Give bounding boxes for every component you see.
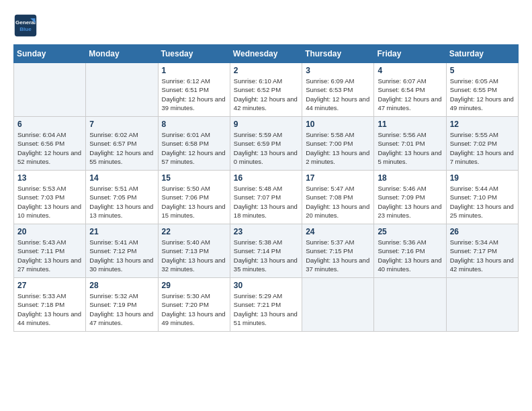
calendar-cell: 29Sunrise: 5:30 AM Sunset: 7:20 PM Dayli…: [158, 278, 230, 332]
day-of-week-header: Saturday: [446, 45, 518, 63]
day-of-week-header: Thursday: [302, 45, 374, 63]
day-number: 21: [89, 227, 154, 236]
day-number: 5: [450, 66, 515, 75]
day-number: 4: [378, 66, 442, 75]
calendar-cell: 25Sunrise: 5:36 AM Sunset: 7:16 PM Dayli…: [374, 224, 446, 278]
calendar-cell: 3Sunrise: 6:09 AM Sunset: 6:53 PM Daylig…: [302, 63, 374, 117]
day-number: 13: [17, 173, 82, 183]
day-of-week-header: Wednesday: [230, 45, 302, 63]
day-info: Sunrise: 5:36 AM Sunset: 7:16 PM Dayligh…: [378, 238, 442, 273]
calendar-cell: [302, 278, 374, 332]
calendar-cell: 11Sunrise: 5:56 AM Sunset: 7:01 PM Dayli…: [374, 117, 446, 171]
day-number: 8: [162, 120, 226, 129]
calendar-week-row: 13Sunrise: 5:53 AM Sunset: 7:03 PM Dayli…: [14, 171, 519, 224]
day-info: Sunrise: 5:53 AM Sunset: 7:03 PM Dayligh…: [17, 184, 82, 220]
calendar-cell: 22Sunrise: 5:40 AM Sunset: 7:13 PM Dayli…: [158, 224, 230, 278]
calendar-cell: 28Sunrise: 5:32 AM Sunset: 7:19 PM Dayli…: [86, 278, 158, 332]
day-info: Sunrise: 6:01 AM Sunset: 6:58 PM Dayligh…: [162, 130, 226, 166]
calendar-week-row: 1Sunrise: 6:12 AM Sunset: 6:51 PM Daylig…: [14, 63, 519, 117]
day-number: 10: [306, 120, 370, 129]
calendar-cell: 10Sunrise: 5:58 AM Sunset: 7:00 PM Dayli…: [302, 117, 374, 171]
day-info: Sunrise: 5:58 AM Sunset: 7:00 PM Dayligh…: [306, 130, 370, 166]
day-info: Sunrise: 5:44 AM Sunset: 7:10 PM Dayligh…: [450, 184, 515, 220]
calendar-week-row: 20Sunrise: 5:43 AM Sunset: 7:11 PM Dayli…: [14, 224, 519, 278]
day-number: 11: [378, 120, 442, 129]
calendar-week-row: 27Sunrise: 5:33 AM Sunset: 7:18 PM Dayli…: [14, 278, 519, 332]
calendar-cell: 30Sunrise: 5:29 AM Sunset: 7:21 PM Dayli…: [230, 278, 302, 332]
day-info: Sunrise: 5:50 AM Sunset: 7:06 PM Dayligh…: [162, 184, 226, 220]
day-info: Sunrise: 5:41 AM Sunset: 7:12 PM Dayligh…: [89, 238, 154, 273]
day-number: 6: [17, 120, 82, 129]
svg-text:Blue: Blue: [19, 26, 32, 32]
calendar-table: SundayMondayTuesdayWednesdayThursdayFrid…: [13, 44, 519, 332]
day-number: 17: [306, 173, 370, 183]
day-of-week-header: Monday: [86, 45, 158, 63]
day-info: Sunrise: 5:48 AM Sunset: 7:07 PM Dayligh…: [234, 184, 298, 220]
day-of-week-header: Sunday: [14, 45, 86, 63]
calendar-cell: 12Sunrise: 5:55 AM Sunset: 7:02 PM Dayli…: [446, 117, 518, 171]
calendar-cell: 13Sunrise: 5:53 AM Sunset: 7:03 PM Dayli…: [14, 171, 86, 224]
day-info: Sunrise: 6:04 AM Sunset: 6:56 PM Dayligh…: [17, 130, 82, 166]
day-info: Sunrise: 5:30 AM Sunset: 7:20 PM Dayligh…: [162, 291, 226, 327]
calendar-cell: [14, 63, 86, 117]
calendar-cell: 23Sunrise: 5:38 AM Sunset: 7:14 PM Dayli…: [230, 224, 302, 278]
day-number: 9: [234, 120, 298, 129]
calendar-cell: 18Sunrise: 5:46 AM Sunset: 7:09 PM Dayli…: [374, 171, 446, 224]
calendar-cell: 7Sunrise: 6:02 AM Sunset: 6:57 PM Daylig…: [86, 117, 158, 171]
day-number: 27: [17, 281, 82, 290]
day-info: Sunrise: 5:59 AM Sunset: 6:59 PM Dayligh…: [234, 130, 298, 166]
calendar-cell: 14Sunrise: 5:51 AM Sunset: 7:05 PM Dayli…: [86, 171, 158, 224]
day-number: 20: [17, 227, 82, 236]
day-number: 28: [89, 281, 154, 290]
day-number: 3: [306, 66, 370, 75]
calendar-cell: 1Sunrise: 6:12 AM Sunset: 6:51 PM Daylig…: [158, 63, 230, 117]
day-info: Sunrise: 5:47 AM Sunset: 7:08 PM Dayligh…: [306, 184, 370, 220]
calendar-cell: 5Sunrise: 6:05 AM Sunset: 6:55 PM Daylig…: [446, 63, 518, 117]
day-info: Sunrise: 5:51 AM Sunset: 7:05 PM Dayligh…: [89, 184, 154, 220]
day-number: 12: [450, 120, 515, 129]
day-info: Sunrise: 5:46 AM Sunset: 7:09 PM Dayligh…: [378, 184, 442, 220]
svg-text:General: General: [15, 19, 36, 26]
calendar-cell: 2Sunrise: 6:10 AM Sunset: 6:52 PM Daylig…: [230, 63, 302, 117]
calendar-header-row: SundayMondayTuesdayWednesdayThursdayFrid…: [14, 45, 519, 63]
day-info: Sunrise: 5:56 AM Sunset: 7:01 PM Dayligh…: [378, 130, 442, 166]
day-info: Sunrise: 5:37 AM Sunset: 7:15 PM Dayligh…: [306, 238, 370, 273]
day-number: 19: [450, 173, 515, 183]
day-info: Sunrise: 5:55 AM Sunset: 7:02 PM Dayligh…: [450, 130, 515, 166]
calendar-cell: 4Sunrise: 6:07 AM Sunset: 6:54 PM Daylig…: [374, 63, 446, 117]
day-number: 24: [306, 227, 370, 236]
day-number: 7: [89, 120, 154, 129]
calendar-cell: 16Sunrise: 5:48 AM Sunset: 7:07 PM Dayli…: [230, 171, 302, 224]
day-number: 16: [234, 173, 298, 183]
calendar-cell: 15Sunrise: 5:50 AM Sunset: 7:06 PM Dayli…: [158, 171, 230, 224]
calendar-cell: 19Sunrise: 5:44 AM Sunset: 7:10 PM Dayli…: [446, 171, 518, 224]
calendar-cell: 24Sunrise: 5:37 AM Sunset: 7:15 PM Dayli…: [302, 224, 374, 278]
day-info: Sunrise: 6:05 AM Sunset: 6:55 PM Dayligh…: [450, 77, 515, 112]
day-info: Sunrise: 6:07 AM Sunset: 6:54 PM Dayligh…: [378, 77, 442, 112]
day-info: Sunrise: 5:40 AM Sunset: 7:13 PM Dayligh…: [162, 238, 226, 273]
day-number: 1: [162, 66, 226, 75]
logo-icon: General Blue: [13, 13, 38, 38]
calendar-cell: 17Sunrise: 5:47 AM Sunset: 7:08 PM Dayli…: [302, 171, 374, 224]
calendar-cell: [374, 278, 446, 332]
calendar-cell: 26Sunrise: 5:34 AM Sunset: 7:17 PM Dayli…: [446, 224, 518, 278]
calendar-cell: 27Sunrise: 5:33 AM Sunset: 7:18 PM Dayli…: [14, 278, 86, 332]
day-number: 14: [89, 173, 154, 183]
day-number: 29: [162, 281, 226, 290]
day-number: 18: [378, 173, 442, 183]
day-number: 23: [234, 227, 298, 236]
day-number: 15: [162, 173, 226, 183]
day-info: Sunrise: 5:43 AM Sunset: 7:11 PM Dayligh…: [17, 238, 82, 273]
day-number: 25: [378, 227, 442, 236]
day-info: Sunrise: 6:10 AM Sunset: 6:52 PM Dayligh…: [234, 77, 298, 112]
day-info: Sunrise: 5:29 AM Sunset: 7:21 PM Dayligh…: [234, 291, 298, 327]
day-info: Sunrise: 5:38 AM Sunset: 7:14 PM Dayligh…: [234, 238, 298, 273]
calendar-cell: 21Sunrise: 5:41 AM Sunset: 7:12 PM Dayli…: [86, 224, 158, 278]
calendar-week-row: 6Sunrise: 6:04 AM Sunset: 6:56 PM Daylig…: [14, 117, 519, 171]
page-header: General Blue: [13, 13, 519, 38]
day-number: 30: [234, 281, 298, 290]
calendar-cell: 20Sunrise: 5:43 AM Sunset: 7:11 PM Dayli…: [14, 224, 86, 278]
calendar-cell: [86, 63, 158, 117]
day-info: Sunrise: 5:32 AM Sunset: 7:19 PM Dayligh…: [89, 291, 154, 327]
logo: General Blue: [13, 13, 42, 38]
